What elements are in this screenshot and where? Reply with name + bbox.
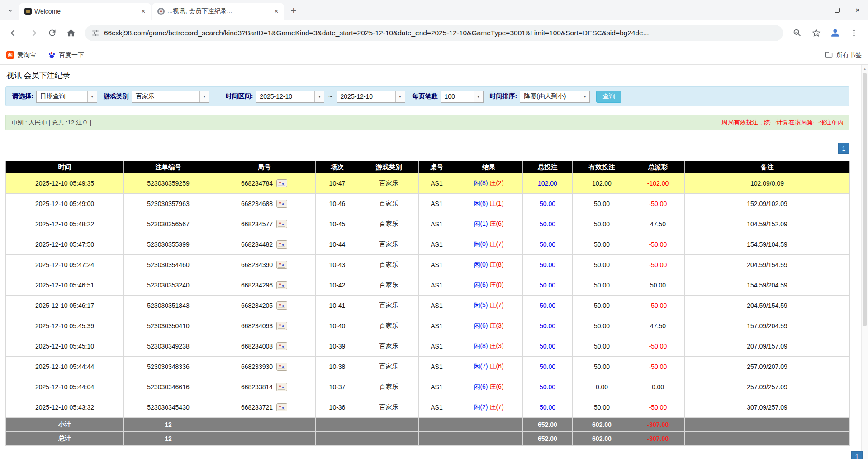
tab-welcome[interactable]: Welcome ✕ [19, 3, 151, 20]
cell-note: 104.59/152.09 [685, 214, 850, 234]
forward-button[interactable] [25, 25, 41, 41]
cell-session: 10-43 [316, 255, 359, 275]
bookmarks-bar: 淘 爱淘宝 百度一下 所有书签 [0, 46, 868, 65]
home-button[interactable] [63, 25, 79, 41]
query-type-select[interactable]: 日期查询 ▼ [36, 91, 97, 103]
all-bookmarks-label[interactable]: 所有书签 [836, 51, 862, 59]
sort-select[interactable]: 降幂(由大到小) ▼ [520, 91, 590, 103]
column-header-0: 时间 [6, 161, 124, 173]
cell-total-bet[interactable]: 50.00 [523, 255, 573, 275]
footer-empty [316, 418, 359, 432]
date-start-select[interactable]: 2025-12-10 ▼ [256, 91, 324, 103]
cell-total-bet[interactable]: 50.00 [523, 397, 573, 418]
cell-total-bet[interactable]: 102.00 [523, 173, 573, 194]
page-size-select[interactable]: 100 ▼ [441, 91, 484, 103]
cell-total-bet[interactable]: 50.00 [523, 336, 573, 357]
cell-round-id: 668233814 [213, 377, 316, 397]
bookmark-label: 爱淘宝 [17, 51, 36, 59]
dropdown-arrow-icon[interactable]: ▼ [395, 91, 405, 102]
roadmap-icon[interactable] [276, 240, 287, 249]
cell-total-bet[interactable]: 50.00 [523, 357, 573, 377]
dropdown-arrow-icon[interactable]: ▼ [199, 91, 209, 102]
roadmap-icon[interactable] [276, 220, 287, 228]
profile-avatar-icon[interactable] [827, 25, 843, 41]
result-player: 闲(8) [474, 179, 488, 186]
cell-round-id: 668234296 [213, 275, 316, 296]
cell-game-type: 百家乐 [359, 194, 419, 214]
bet-record-row: 2025-12-10 05:45:39523030350410668234093… [6, 316, 850, 336]
cell-payout: -50.00 [631, 336, 685, 357]
dropdown-arrow-icon[interactable]: ▼ [474, 91, 483, 102]
roadmap-icon[interactable] [276, 261, 287, 269]
maximize-button[interactable] [826, 0, 847, 20]
search-button[interactable]: 查询 [596, 91, 621, 103]
minimize-button[interactable] [806, 0, 826, 20]
cell-total-bet[interactable]: 50.00 [523, 316, 573, 336]
roadmap-icon[interactable] [276, 200, 287, 208]
menu-icon[interactable] [846, 25, 862, 41]
bet-record-row: 2025-12-10 05:45:10523030349238668234008… [6, 336, 850, 357]
column-header-3: 场次 [316, 161, 359, 173]
scrollbar-thumb[interactable] [863, 73, 867, 326]
select-value: 2025-12-10 [337, 91, 395, 102]
url-bar[interactable]: 66cxkj98.com/game/betrecord_search/kind3… [85, 25, 783, 41]
roadmap-icon[interactable] [276, 301, 287, 310]
table-footer: 小计12652.00602.00-307.00总计12652.00602.00-… [6, 418, 850, 446]
cell-total-bet[interactable]: 50.00 [523, 377, 573, 397]
pagination-page-1[interactable]: 1 [838, 143, 849, 154]
round-number: 668234093 [241, 322, 273, 330]
tab-close-icon[interactable]: ✕ [272, 7, 280, 15]
roadmap-icon[interactable] [276, 179, 287, 187]
tab-close-icon[interactable]: ✕ [139, 7, 147, 15]
date-range-label: 时间区间: [226, 92, 253, 100]
game-type-select[interactable]: 百家乐 ▼ [132, 91, 209, 103]
cell-valid-bet: 50.00 [573, 214, 631, 234]
pagination-page-1-bottom[interactable]: 1 [851, 451, 863, 459]
cell-bet-id: 523030349238 [124, 336, 213, 357]
refresh-button[interactable] [44, 25, 60, 41]
cell-bet-id: 523030354460 [124, 255, 213, 275]
page-scrollbar[interactable]: ▲ [861, 65, 868, 459]
tab-search-button[interactable] [4, 4, 17, 17]
roadmap-icon[interactable] [276, 403, 287, 411]
result-player: 闲(6) [474, 383, 488, 390]
date-end-select[interactable]: 2025-12-10 ▼ [337, 91, 405, 103]
roadmap-icon[interactable] [276, 281, 287, 289]
back-button[interactable] [6, 25, 22, 41]
result-player: 闲(0) [474, 261, 488, 268]
close-window-button[interactable]: ✕ [847, 0, 868, 20]
tab-bet-record[interactable]: :::视讯, 会员下注纪录::: ✕ [152, 3, 284, 20]
roadmap-icon[interactable] [276, 363, 287, 371]
dropdown-arrow-icon[interactable]: ▼ [87, 91, 97, 102]
dropdown-arrow-icon[interactable]: ▼ [314, 91, 324, 102]
round-number: 668234205 [241, 302, 273, 309]
bookmark-aitaobao[interactable]: 淘 爱淘宝 [6, 51, 36, 59]
zoom-icon[interactable] [789, 25, 805, 41]
bet-record-tab-favicon-icon [157, 8, 165, 15]
bet-record-row: 2025-12-10 05:49:35523030359259668234784… [6, 173, 850, 194]
cell-total-bet[interactable]: 50.00 [523, 214, 573, 234]
dropdown-arrow-icon[interactable]: ▼ [580, 91, 589, 102]
roadmap-icon[interactable] [276, 342, 287, 350]
cell-time: 2025-12-10 05:47:50 [6, 234, 124, 255]
summary-row: 总计12652.00602.00-307.00 [6, 432, 850, 446]
roadmap-icon[interactable] [276, 322, 287, 330]
cell-session: 10-40 [316, 316, 359, 336]
summary-notice: 周局有效投注，统一计算在该局第一张注单内 [721, 119, 844, 127]
footer-empty [359, 418, 419, 432]
footer-payout: -307.00 [631, 418, 685, 432]
roadmap-icon[interactable] [276, 383, 287, 391]
divider [818, 51, 818, 60]
cell-table-id: AS1 [419, 255, 455, 275]
cell-total-bet[interactable]: 50.00 [523, 234, 573, 255]
bookmark-baidu[interactable]: 百度一下 [48, 51, 84, 59]
bookmark-star-icon[interactable] [808, 25, 824, 41]
cell-valid-bet: 50.00 [573, 255, 631, 275]
cell-total-bet[interactable]: 50.00 [523, 194, 573, 214]
site-info-icon[interactable] [91, 29, 100, 37]
cell-total-bet[interactable]: 50.00 [523, 296, 573, 316]
new-tab-button[interactable]: + [287, 4, 300, 18]
browser-toolbar: 66cxkj98.com/game/betrecord_search/kind3… [0, 20, 868, 46]
bookmark-label: 百度一下 [59, 51, 84, 59]
cell-total-bet[interactable]: 50.00 [523, 275, 573, 296]
